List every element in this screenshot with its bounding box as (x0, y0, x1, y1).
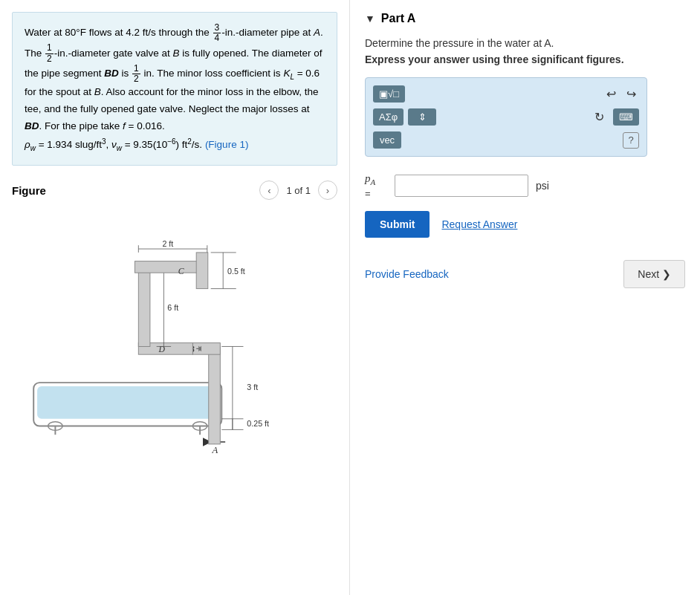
svg-text:0.5 ft: 0.5 ft (227, 267, 245, 276)
svg-rect-30 (196, 253, 208, 289)
svg-text:0.25 ft: 0.25 ft (247, 419, 269, 428)
action-row: Submit Request Answer (365, 211, 685, 238)
svg-rect-1 (37, 386, 218, 419)
answer-row: pA = psi (365, 172, 685, 199)
math-toolbar-row1: ▣√□ ↩ ↪ (373, 85, 639, 103)
svg-text:3 ft: 3 ft (247, 383, 258, 391)
part-a-header: ▼ Part A (365, 12, 685, 25)
answer-unit: psi (536, 180, 549, 192)
figure-header: Figure ‹ 1 of 1 › (12, 181, 337, 200)
problem-text: Water at 80°F flows at 4.2 ft/s through … (25, 27, 323, 150)
figure-section: Figure ‹ 1 of 1 › A (12, 181, 337, 583)
svg-text:C: C (178, 267, 184, 276)
redo-btn[interactable]: ↪ (623, 85, 639, 103)
part-a-label: Part A (381, 12, 416, 25)
greek-btn[interactable]: AΣφ (373, 108, 404, 126)
math-toolbar-right: ↻ ⌨ (592, 108, 639, 126)
svg-rect-9 (209, 347, 221, 444)
collapse-arrow[interactable]: ▼ (365, 13, 375, 25)
svg-text:2 ft: 2 ft (162, 239, 173, 248)
svg-rect-24 (138, 267, 150, 347)
math-toolbar-left: AΣφ ⇕ (373, 108, 436, 126)
question-instruction: Express your answer using three signific… (365, 53, 685, 65)
answer-label: pA = (365, 172, 387, 199)
svg-text:6 ft: 6 ft (167, 303, 178, 312)
figure-drawing: A 0.25 ft 3 ft B (12, 206, 337, 458)
question-text: Determine the pressure in the water at A… (365, 37, 685, 49)
svg-text:A: A (212, 445, 218, 455)
help-btn[interactable]: ? (623, 132, 639, 149)
svg-rect-29 (135, 261, 200, 273)
right-panel: ▼ Part A Determine the pressure in the w… (349, 0, 700, 595)
request-answer-button[interactable]: Request Answer (441, 218, 517, 230)
matrix-btn[interactable]: ⇕ (408, 108, 436, 126)
figure-count: 1 of 1 (286, 185, 311, 196)
math-toolbar-row3: vec ? (373, 131, 639, 149)
next-button[interactable]: Next ❯ (623, 260, 685, 288)
next-label: Next ❯ (638, 268, 671, 280)
figure-title: Figure (12, 184, 46, 197)
figure-nav: ‹ 1 of 1 › (259, 181, 337, 200)
answer-input[interactable] (395, 175, 528, 197)
math-input-area: ▣√□ ↩ ↪ AΣφ ⇕ ↻ ⌨ vec ? (365, 77, 647, 157)
next-figure-button[interactable]: › (318, 181, 337, 200)
vec-btn[interactable]: vec (373, 131, 401, 149)
provide-feedback-link[interactable]: Provide Feedback (365, 268, 449, 280)
problem-statement: Water at 80°F flows at 4.2 ft/s through … (12, 12, 337, 166)
radical-btn[interactable]: ▣√□ (373, 85, 405, 103)
keyboard-btn[interactable]: ⌨ (613, 108, 639, 126)
refresh-btn[interactable]: ↻ (592, 108, 607, 126)
prev-figure-button[interactable]: ‹ (259, 181, 279, 200)
submit-button[interactable]: Submit (365, 211, 430, 238)
undo-btn[interactable]: ↩ (603, 85, 619, 103)
bottom-row: Provide Feedback Next ❯ (365, 260, 685, 288)
plumbing-diagram: A 0.25 ft 3 ft B (12, 206, 337, 458)
math-toolbar-row2: AΣφ ⇕ ↻ ⌨ (373, 108, 639, 126)
left-panel: Water at 80°F flows at 4.2 ft/s through … (0, 0, 349, 595)
